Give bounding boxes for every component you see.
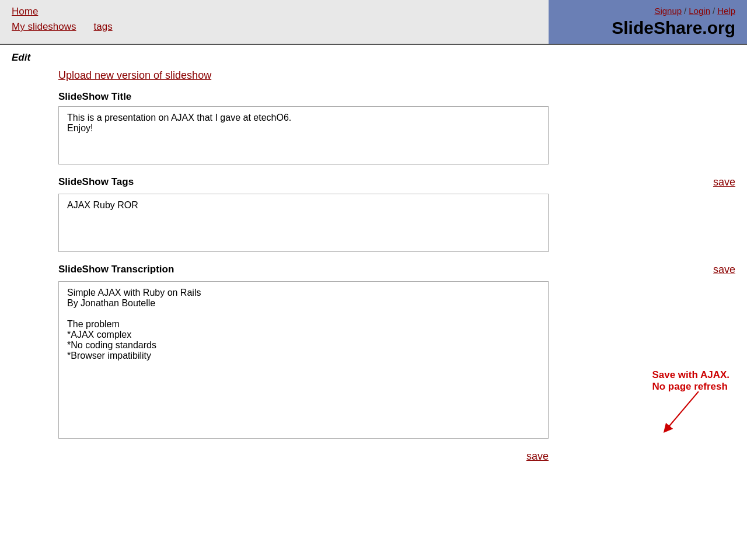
- tags-link[interactable]: tags: [94, 21, 113, 33]
- transcription-section-label: SlideShow Transcription: [58, 264, 707, 275]
- transcription-save-link[interactable]: save: [713, 264, 735, 276]
- header-left: Home My slideshows tags: [0, 0, 549, 44]
- edit-label: Edit: [0, 45, 747, 67]
- header-right: Signup / Login / Help SlideShare.org: [549, 0, 747, 44]
- top-links: Signup / Login / Help: [654, 6, 735, 16]
- title-section-label: SlideShow Title: [58, 91, 735, 103]
- header: Home My slideshows tags Signup / Login /…: [0, 0, 747, 45]
- bottom-save-row: save: [58, 450, 549, 463]
- help-link[interactable]: Help: [717, 6, 735, 16]
- nav-row: My slideshows tags: [12, 21, 537, 33]
- ajax-annotation-container: Save with AJAX. No page refresh: [652, 369, 729, 393]
- separator1: /: [684, 6, 686, 16]
- separator2: /: [713, 6, 715, 16]
- home-link[interactable]: Home: [12, 6, 38, 18]
- transcription-textarea[interactable]: [58, 281, 549, 439]
- my-slideshows-link[interactable]: My slideshows: [12, 21, 76, 33]
- signup-link[interactable]: Signup: [654, 6, 682, 16]
- title-textarea[interactable]: [58, 106, 549, 164]
- tags-save-link[interactable]: save: [713, 176, 735, 188]
- svg-line-1: [666, 391, 699, 429]
- annotation-line2: No page refresh: [652, 381, 729, 393]
- login-link[interactable]: Login: [689, 6, 710, 16]
- tags-section-label: SlideShow Tags: [58, 176, 707, 188]
- annotation-arrow: [664, 391, 710, 438]
- transcription-section-row: SlideShow Transcription save: [58, 264, 735, 279]
- tags-section-row: SlideShow Tags save: [58, 176, 735, 191]
- bottom-save-link[interactable]: save: [526, 450, 549, 463]
- site-title: SlideShare.org: [612, 18, 735, 38]
- ajax-annotation: Save with AJAX. No page refresh: [652, 369, 729, 393]
- annotation-line1: Save with AJAX.: [652, 369, 729, 381]
- main-content: Upload new version of slideshow SlideSho…: [0, 67, 747, 474]
- tags-textarea[interactable]: [58, 194, 549, 252]
- upload-link[interactable]: Upload new version of slideshow: [58, 69, 211, 82]
